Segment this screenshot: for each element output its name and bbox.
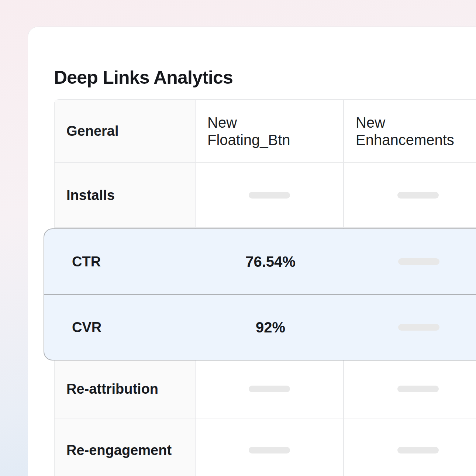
row-label-cell-re-engagement: Re-engagement	[55, 418, 196, 476]
header-cell-new-enhancements: New Enhancements	[344, 100, 476, 163]
placeholder-pill	[249, 386, 290, 392]
header-label-new-floating-btn: New Floating_Btn	[207, 114, 290, 149]
placeholder-pill	[397, 447, 439, 453]
row-label-re-attribution: Re-attribution	[66, 381, 158, 397]
highlight-row-ctr[interactable]: CTR 76.54%	[44, 229, 476, 294]
cell-installs-enhancements	[344, 163, 476, 228]
cell-re-attribution-floating-btn	[196, 360, 344, 418]
cell-re-engagement-floating-btn	[196, 418, 344, 476]
cvr-value: 92%	[196, 319, 345, 336]
row-label-cell-installs: Installs	[55, 163, 196, 228]
row-label-ctr: CTR	[72, 254, 101, 270]
analytics-table-wrap: General New Floating_Btn New Enhancement…	[54, 99, 476, 476]
header-label-new-enhancements: New Enhancements	[356, 114, 454, 149]
placeholder-pill	[397, 386, 439, 392]
row-label-cell-re-attribution: Re-attribution	[55, 360, 196, 418]
placeholder-pill	[398, 258, 439, 265]
header-cell-new-floating-btn: New Floating_Btn	[196, 100, 344, 163]
page-title: Deep Links Analytics	[54, 67, 233, 88]
row-label-re-engagement: Re-engagement	[66, 442, 172, 458]
highlight-selection-card: CTR 76.54% CVR 92%	[44, 228, 476, 361]
cell-ctr-enhancements	[345, 258, 476, 265]
ctr-value: 76.54%	[196, 253, 345, 270]
cell-re-engagement-enhancements	[344, 418, 476, 476]
placeholder-pill	[249, 447, 290, 453]
header-label-general: General	[66, 123, 119, 140]
row-label-cvr: CVR	[72, 320, 101, 335]
placeholder-pill	[249, 192, 290, 199]
page-background: { "title": "Deep Links Analytics", "tabl…	[0, 0, 476, 476]
placeholder-pill	[398, 324, 439, 331]
header-cell-general: General	[55, 100, 196, 163]
highlight-row-cvr[interactable]: CVR 92%	[44, 295, 476, 360]
cell-cvr-enhancements	[345, 324, 476, 331]
placeholder-pill	[397, 192, 439, 199]
analytics-card: Deep Links Analytics General New Floatin…	[28, 27, 476, 476]
cell-installs-floating-btn	[196, 163, 344, 228]
row-label-installs: Installs	[66, 187, 115, 203]
cell-re-attribution-enhancements	[344, 360, 476, 418]
